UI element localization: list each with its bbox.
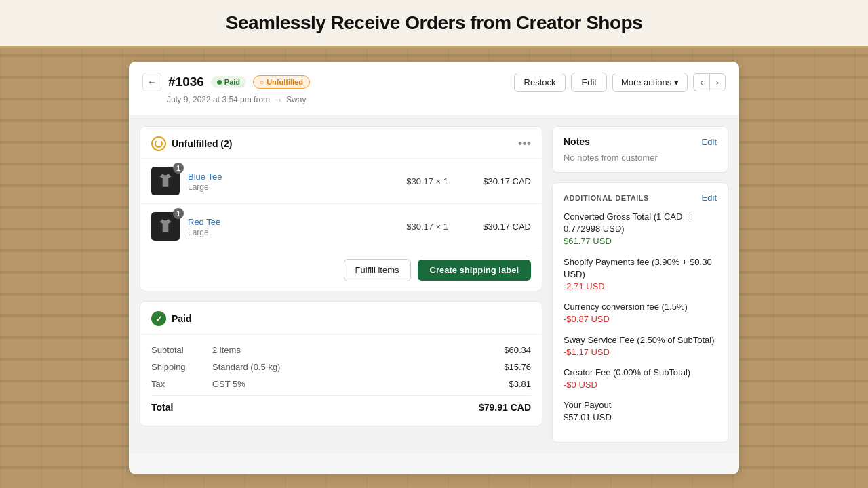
detail-label-2: Currency conversion fee (1.5%) (564, 301, 717, 313)
table-row: 1 Red Tee Large $30.17 × 1 $30.17 CAD (140, 204, 542, 249)
product-total-0: $30.17 CAD (470, 176, 531, 186)
order-main: Unfulfilled (2) ••• 1 Blue (140, 126, 542, 426)
order-header-left: ← #1036 Paid Unfulfilled July 9, 2022 at… (142, 73, 310, 105)
summary-detail-shipping: Standard (0.5 kg) (212, 362, 477, 372)
order-date: July 9, 2022 at 3:54 pm from (167, 95, 270, 104)
three-dots-icon[interactable]: ••• (518, 137, 531, 151)
more-actions-label: More actions (621, 77, 671, 87)
detail-item-4: Creator Fee (0.00% of SubTotal) -$0 USD (564, 367, 717, 391)
summary-row-shipping: Shipping Standard (0.5 kg) $15.76 (151, 359, 531, 375)
summary-detail-tax: GST 5% (212, 379, 477, 389)
product-info-0: Blue Tee Large (188, 170, 398, 192)
product-variant-0: Large (188, 182, 398, 192)
nav-prev-button[interactable]: ‹ (693, 73, 709, 92)
edit-button[interactable]: Edit (571, 73, 606, 92)
additional-details-edit-link[interactable]: Edit (702, 192, 717, 203)
banner: Seamlessly Receive Orders from Creator S… (0, 0, 868, 48)
paid-title: Paid (172, 313, 192, 324)
notes-header: Notes Edit (564, 136, 717, 147)
fulfill-items-button[interactable]: Fulfill items (344, 259, 411, 281)
nav-next-button[interactable]: › (709, 73, 726, 92)
summary-label-tax: Tax (151, 379, 212, 389)
order-source: Sway (286, 95, 306, 104)
order-title-row: ← #1036 Paid Unfulfilled (142, 73, 310, 92)
notes-title: Notes (564, 136, 590, 147)
paid-icon: ✓ (151, 311, 166, 326)
product-price-1: $30.17 × 1 (406, 222, 448, 232)
tshirt-icon (157, 172, 174, 190)
order-card: ← #1036 Paid Unfulfilled July 9, 2022 at… (129, 62, 739, 474)
more-actions-button[interactable]: More actions ▾ (612, 73, 688, 92)
product-total-1: $30.17 CAD (470, 222, 531, 232)
paid-card-header: ✓ Paid (140, 302, 542, 335)
additional-details-card: ADDITIONAL DETAILS Edit Converted Gross … (552, 182, 728, 443)
detail-label-3: Sway Service Fee (2.50% of SubTotal) (564, 334, 717, 346)
detail-item-5: Your Payout $57.01 USD (564, 399, 717, 424)
table-row: 1 Blue Tee Large $30.17 × 1 $30.17 CAD (140, 159, 542, 204)
back-button[interactable]: ← (142, 73, 161, 92)
summary-value-total: $79.91 CAD (477, 402, 531, 413)
detail-label-4: Creator Fee (0.00% of SubTotal) (564, 367, 717, 379)
order-subtitle: July 9, 2022 at 3:54 pm from → Sway (167, 94, 310, 105)
additional-details-header: ADDITIONAL DETAILS Edit (564, 192, 717, 203)
summary-row-tax: Tax GST 5% $3.81 (151, 375, 531, 392)
summary-label-subtotal: Subtotal (151, 345, 212, 355)
unfulfilled-card: Unfulfilled (2) ••• 1 Blue (140, 126, 542, 291)
order-header: ← #1036 Paid Unfulfilled July 9, 2022 at… (129, 62, 739, 115)
detail-value-3: -$1.17 USD (564, 346, 717, 359)
notes-card: Notes Edit No notes from customer (552, 126, 728, 173)
detail-item-0: Converted Gross Total (1 CAD = 0.772998 … (564, 211, 717, 248)
detail-value-0: $61.77 USD (564, 235, 717, 247)
chevron-down-icon: ▾ (674, 77, 679, 87)
unfulfilled-title-row: Unfulfilled (2) (151, 136, 232, 151)
paid-card: ✓ Paid Subtotal 2 items $60.34 Shipping … (140, 301, 542, 426)
detail-value-4: -$0 USD (564, 379, 717, 391)
qty-badge-1: 1 (173, 208, 184, 219)
unfulfilled-badge: Unfulfilled (253, 75, 310, 89)
product-variant-1: Large (188, 228, 398, 237)
detail-item-1: Shopify Payments fee (3.90% + $0.30 USD)… (564, 256, 717, 293)
summary-row-subtotal: Subtotal 2 items $60.34 (151, 342, 531, 359)
detail-item-2: Currency conversion fee (1.5%) -$0.87 US… (564, 301, 717, 325)
detail-value-2: -$0.87 USD (564, 313, 717, 325)
product-name-0[interactable]: Blue Tee (188, 171, 222, 182)
arrow-icon: → (273, 94, 283, 105)
additional-details-title: ADDITIONAL DETAILS (564, 194, 649, 202)
product-price-0: $30.17 × 1 (406, 176, 448, 186)
create-shipping-label-button[interactable]: Create shipping label (418, 260, 531, 281)
qty-badge-0: 1 (173, 163, 184, 174)
summary-label-shipping: Shipping (151, 362, 212, 372)
detail-label-5: Your Payout (564, 399, 717, 411)
product-info-1: Red Tee Large (188, 216, 398, 237)
detail-value-5: $57.01 USD (564, 411, 717, 424)
notes-edit-link[interactable]: Edit (702, 137, 717, 147)
paid-badge: Paid (211, 76, 246, 88)
notes-content: No notes from customer (564, 152, 717, 163)
nav-arrows: ‹ › (693, 73, 726, 92)
summary-label-total: Total (151, 402, 212, 413)
summary-detail-subtotal: 2 items (212, 345, 477, 355)
detail-value-1: -2.71 USD (564, 281, 717, 293)
summary-value-tax: $3.81 (477, 379, 531, 389)
order-body: Unfulfilled (2) ••• 1 Blue (129, 115, 739, 453)
unfulfilled-card-header: Unfulfilled (2) ••• (140, 127, 542, 159)
detail-label-1: Shopify Payments fee (3.90% + $0.30 USD) (564, 256, 717, 281)
detail-label-0: Converted Gross Total (1 CAD = 0.772998 … (564, 211, 717, 235)
tshirt-icon-2 (157, 218, 174, 235)
unfulfilled-icon (151, 136, 166, 151)
detail-item-3: Sway Service Fee (2.50% of SubTotal) -$1… (564, 334, 717, 359)
product-name-1[interactable]: Red Tee (188, 217, 220, 227)
card-actions: Fulfill items Create shipping label (140, 249, 542, 291)
restock-button[interactable]: Restock (514, 73, 566, 92)
summary-value-shipping: $15.76 (477, 362, 531, 372)
page-content: ← #1036 Paid Unfulfilled July 9, 2022 at… (0, 48, 868, 488)
summary-row-total: Total $79.91 CAD (151, 395, 531, 416)
unfulfilled-title: Unfulfilled (2) (172, 138, 232, 149)
product-thumbnail-1: 1 (151, 212, 180, 241)
order-number: #1036 (168, 75, 204, 89)
order-header-actions: Restock Edit More actions ▾ ‹ › (514, 73, 726, 92)
summary-value-subtotal: $60.34 (477, 345, 531, 355)
banner-title: Seamlessly Receive Orders from Creator S… (14, 12, 854, 34)
summary-table: Subtotal 2 items $60.34 Shipping Standar… (140, 335, 542, 426)
order-sidebar: Notes Edit No notes from customer ADDITI… (552, 126, 728, 443)
